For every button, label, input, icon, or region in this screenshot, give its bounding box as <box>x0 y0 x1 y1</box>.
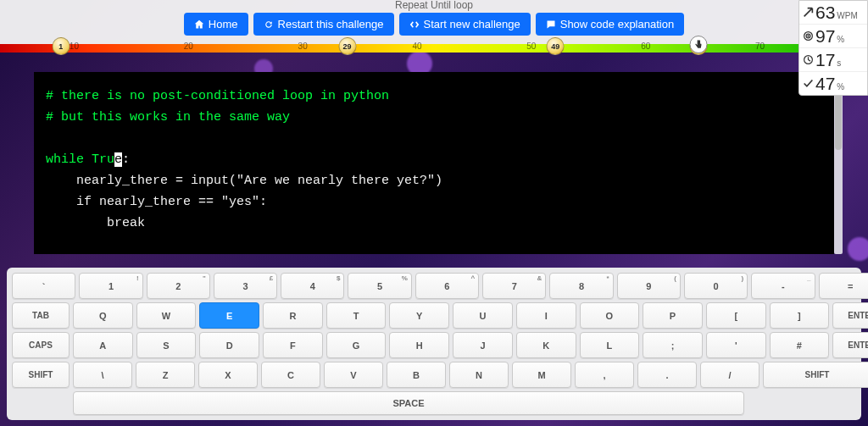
key-h[interactable]: H <box>389 332 449 358</box>
chat-icon <box>546 19 556 30</box>
key-[interactable]: / <box>700 362 760 388</box>
key-m[interactable]: M <box>512 362 571 388</box>
key-[interactable]: # <box>770 332 830 358</box>
key-[interactable]: ] <box>770 302 830 329</box>
key-label: , <box>603 370 605 380</box>
key-[interactable]: [ <box>706 302 766 329</box>
key-caps[interactable]: CAPS <box>12 332 70 358</box>
key-v[interactable]: V <box>324 362 383 388</box>
key-y[interactable]: Y <box>389 302 449 329</box>
key-label: B <box>413 370 420 380</box>
code-area[interactable]: # there is no post-conditioned loop in p… <box>34 72 834 254</box>
key-a[interactable]: A <box>73 332 133 358</box>
key-shift[interactable]: SHIFT <box>12 362 70 388</box>
key-label: # <box>797 340 802 351</box>
key-4[interactable]: 4$ <box>281 273 344 299</box>
code-caret: e <box>114 152 122 167</box>
virtual-keyboard: `1!2"3£4$5%6^7&8*9(0)-_=+TABQWERTYUIOP[]… <box>7 268 861 420</box>
key-8[interactable]: 8* <box>549 273 613 299</box>
key-b[interactable]: B <box>387 362 446 388</box>
speed-badge: 29 <box>338 37 356 58</box>
key-g[interactable]: G <box>326 332 387 358</box>
speed-gradient-bar: 102030405060701294963 <box>0 44 868 53</box>
key-3[interactable]: 3£ <box>214 273 277 299</box>
stat-wpm: 63 WPM <box>799 1 867 25</box>
key-l[interactable]: L <box>580 332 640 358</box>
key-enter[interactable]: ENTER <box>832 302 868 329</box>
key-space[interactable]: SPACE <box>73 391 744 415</box>
key-[interactable]: . <box>637 362 697 388</box>
key-label: O <box>606 311 614 321</box>
key-t[interactable]: T <box>326 302 387 329</box>
key-1[interactable]: 1! <box>79 273 142 299</box>
speed-badge-value: 1 <box>52 37 70 55</box>
key-i[interactable]: I <box>516 302 576 329</box>
key-n[interactable]: N <box>449 362 509 388</box>
key-[interactable]: \ <box>73 362 132 388</box>
stat-time: 17 s <box>799 48 867 72</box>
key-label: D <box>226 340 233 351</box>
key-label: 4 <box>310 281 315 291</box>
accuracy-value: 97 <box>815 27 835 45</box>
key-s[interactable]: S <box>136 332 197 358</box>
key-d[interactable]: D <box>199 332 259 358</box>
time-unit: s <box>837 58 841 68</box>
key-e[interactable]: E <box>199 302 259 329</box>
key-f[interactable]: F <box>263 332 323 358</box>
wpm-unit: WPM <box>837 11 857 20</box>
code-pending: nearly_there = input("Are we nearly ther… <box>46 174 442 188</box>
key-j[interactable]: J <box>453 332 513 358</box>
key-superscript: _ <box>807 274 810 282</box>
key-label: L <box>606 340 612 351</box>
key-z[interactable]: Z <box>136 362 195 388</box>
home-button[interactable]: Home <box>184 13 248 36</box>
key-label: U <box>479 311 486 321</box>
key-x[interactable]: X <box>198 362 258 388</box>
page-title: Repeat Until loop <box>0 0 868 11</box>
key-[interactable]: ' <box>706 332 766 358</box>
key-enter[interactable]: ENTER <box>832 332 868 358</box>
home-button-label: Home <box>209 18 238 30</box>
code-scrollbar[interactable] <box>834 72 843 254</box>
code-comment-1: # there is no post-conditioned loop in p… <box>46 89 389 103</box>
code-pending: if nearly_there == "yes": <box>46 195 267 209</box>
key-q[interactable]: Q <box>73 302 133 329</box>
progress-unit: % <box>837 82 844 91</box>
code-pending: break <box>46 216 145 230</box>
key-label: ] <box>798 311 801 321</box>
explain-button[interactable]: Show code explanation <box>536 13 684 36</box>
code-icon <box>409 19 420 30</box>
key-superscript: ( <box>674 274 676 282</box>
key-6[interactable]: 6^ <box>415 273 479 299</box>
key-[interactable]: ` <box>12 273 75 299</box>
key-label: V <box>350 370 356 380</box>
key-k[interactable]: K <box>516 332 576 358</box>
key-label: - <box>782 281 785 291</box>
top-bar: Repeat Until loop Home Restart this chal… <box>0 0 868 44</box>
key-2[interactable]: 2" <box>147 273 210 299</box>
key-[interactable]: -_ <box>751 273 815 299</box>
key-w[interactable]: W <box>136 302 197 329</box>
key-tab[interactable]: TAB <box>12 302 70 329</box>
key-[interactable]: ; <box>643 332 703 358</box>
key-[interactable]: , <box>575 362 634 388</box>
start-new-button-label: Start new challenge <box>424 18 520 30</box>
key-c[interactable]: C <box>261 362 320 388</box>
key-0[interactable]: 0) <box>684 273 748 299</box>
wpm-value: 63 <box>815 3 835 21</box>
key-o[interactable]: O <box>580 302 640 329</box>
key-r[interactable]: R <box>263 302 323 329</box>
key-7[interactable]: 7& <box>482 273 546 299</box>
key-p[interactable]: P <box>643 302 703 329</box>
key-9[interactable]: 9( <box>617 273 681 299</box>
key-u[interactable]: U <box>453 302 513 329</box>
restart-button[interactable]: Restart this challenge <box>253 13 394 36</box>
key-5[interactable]: 5% <box>348 273 411 299</box>
key-label: 9 <box>646 281 651 291</box>
key-label: 1 <box>108 281 114 291</box>
start-new-button[interactable]: Start new challenge <box>399 13 531 36</box>
key-[interactable]: =+ <box>819 273 868 299</box>
key-label: \ <box>101 370 103 380</box>
key-label: H <box>416 340 423 351</box>
key-shift[interactable]: SHIFT <box>763 362 868 388</box>
